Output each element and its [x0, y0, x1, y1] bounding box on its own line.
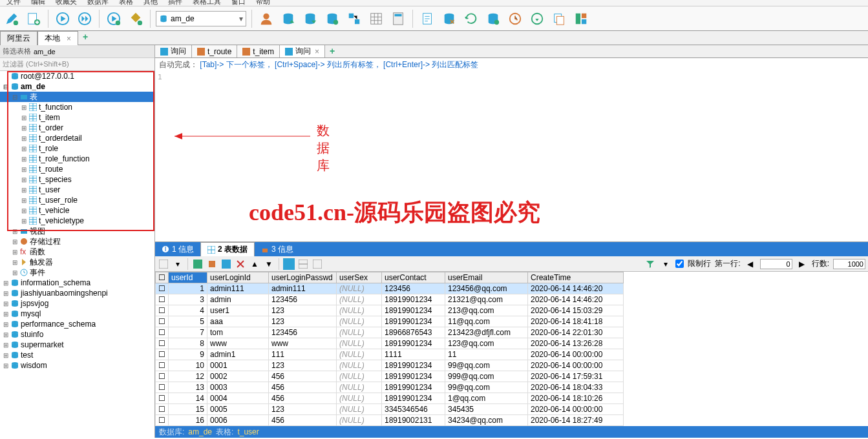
filter-input[interactable] — [34, 48, 152, 56]
tree-table-t_vehicletype[interactable]: ⊞t_vehicletype — [0, 216, 154, 226]
menu-other[interactable]: 其他 — [138, 0, 163, 6]
calc-button[interactable] — [389, 10, 407, 28]
add-connection-button[interactable]: + — [79, 31, 91, 43]
db-tree[interactable]: root@127.0.0.1⊟am_de⊟表⊞t_function⊞t_item… — [0, 71, 154, 371]
col-userLoginId[interactable]: userLoginId — [207, 272, 269, 283]
menu-plugin[interactable]: 插件 — [163, 0, 187, 6]
col-userEmail[interactable]: userEmail — [445, 272, 528, 283]
menu-help[interactable]: 帮助 — [251, 0, 275, 6]
tree-table-t_species[interactable]: ⊞t_species — [0, 174, 154, 185]
close-icon[interactable]: × — [67, 34, 71, 43]
table-row[interactable]: ☐9admin1111(NULL)1111112020-06-14 00:00:… — [156, 349, 624, 360]
tree-db[interactable]: ⊟am_de — [0, 81, 154, 92]
col-check[interactable]: ☐ — [156, 272, 169, 283]
view2-button[interactable] — [297, 258, 309, 270]
diagram-button[interactable] — [345, 10, 363, 28]
tree-db-performance_schema[interactable]: ⊞performance_schema — [0, 319, 154, 329]
qtab-query2[interactable]: 询问× — [280, 45, 325, 57]
sort-button[interactable]: ▾ — [660, 258, 672, 270]
tree-db-information_schema[interactable]: ⊞information_schema — [0, 278, 154, 288]
rtab-info3[interactable]: 3 信息 — [255, 242, 300, 256]
col-userContact[interactable]: userContact — [382, 272, 445, 283]
backup-button[interactable] — [323, 10, 341, 28]
tree-views-folder[interactable]: ⊞视图 — [0, 226, 154, 236]
rtab-info1[interactable]: i1 信息 — [155, 242, 200, 256]
tree-folder-2[interactable]: ⊞触发器 — [0, 257, 154, 267]
save-button[interactable] — [220, 258, 232, 270]
view1-button[interactable] — [283, 258, 295, 270]
add-query-button[interactable]: + — [326, 45, 338, 57]
menu-window[interactable]: 窗口 — [226, 0, 251, 6]
new-connection-button[interactable] — [3, 10, 21, 28]
history-button[interactable] — [506, 10, 524, 28]
layout-button[interactable] — [572, 10, 590, 28]
menu-tabletools[interactable]: 表格工具 — [187, 0, 226, 6]
first-input[interactable] — [760, 259, 792, 269]
table-row[interactable]: ☐1admin111admin111(NULL)123456123456@qq.… — [156, 283, 624, 294]
tree-table-t_user_role[interactable]: ⊞t_user_role — [0, 195, 154, 205]
table-row[interactable]: ☐160006456(NULL)1891900213134234@qq.com2… — [156, 415, 624, 426]
format-button[interactable] — [127, 10, 145, 28]
database-select[interactable]: am_de ▾ — [156, 11, 246, 26]
tree-tables-folder[interactable]: ⊟表 — [0, 92, 154, 102]
table-row[interactable]: ☐4user1123(NULL)18919901234213@qq.com202… — [156, 305, 624, 316]
sync-button[interactable] — [440, 10, 458, 28]
menu-edit[interactable]: 编辑 — [26, 0, 50, 6]
user-button[interactable] — [257, 10, 275, 28]
tree-table-t_function[interactable]: ⊞t_function — [0, 102, 154, 112]
execute-script-button[interactable] — [105, 10, 123, 28]
tree-table-t_role[interactable]: ⊞t_role — [0, 143, 154, 154]
rows-input[interactable] — [833, 259, 865, 269]
col-userSex[interactable]: userSex — [337, 272, 382, 283]
tree-table-t_vehicle[interactable]: ⊞t_vehicle — [0, 205, 154, 216]
execute-all-button[interactable] — [76, 10, 94, 28]
doc-button[interactable] — [418, 10, 436, 28]
tree-table-t_orderdetail[interactable]: ⊞t_orderdetail — [0, 133, 154, 143]
delete-button[interactable] — [235, 258, 246, 270]
tree-db-mysql[interactable]: ⊞mysql — [0, 309, 154, 319]
dup-button[interactable] — [206, 258, 218, 270]
tree-table-t_role_function[interactable]: ⊞t_role_function — [0, 154, 154, 164]
table-row[interactable]: ☐3admin123456(NULL)1891990123421321@qq.c… — [156, 294, 624, 305]
grid-button[interactable] — [367, 10, 385, 28]
circle-button[interactable] — [528, 10, 546, 28]
menu-table[interactable]: 表格 — [114, 0, 138, 6]
tree-db-jiashiyuanbaomingshenpi[interactable]: ⊞jiashiyuanbaomingshenpi — [0, 288, 154, 298]
first-next-button[interactable]: ▶ — [796, 258, 808, 270]
grid-view-button[interactable] — [158, 258, 169, 270]
db-refresh-button[interactable] — [484, 10, 502, 28]
table-row[interactable]: ☐150005123(NULL)33453465463454352020-06-… — [156, 404, 624, 415]
copy-button[interactable] — [550, 10, 568, 28]
table-row[interactable]: ☐100001123(NULL)1891990123499@qq.com2020… — [156, 360, 624, 371]
rtab-data[interactable]: 2 表数据 — [200, 242, 255, 256]
table-row[interactable]: ☐7tom123456(NULL)18966876543213423@dfjfl… — [156, 327, 624, 338]
menu-file[interactable]: 文件 — [1, 0, 26, 6]
tree-table-t_user[interactable]: ⊞t_user — [0, 185, 154, 195]
menu-db[interactable]: 数据库 — [82, 0, 114, 6]
table-row[interactable]: ☐8wwwwww(NULL)18919901234123@qq.com2020-… — [156, 338, 624, 349]
tree-folder-1[interactable]: ⊞fx函数 — [0, 247, 154, 257]
add-row-button[interactable] — [192, 258, 204, 270]
col-userLoginPasswd[interactable]: userLoginPasswd — [269, 272, 337, 283]
qtab-query1[interactable]: 询问 — [155, 45, 192, 57]
table-row[interactable]: ☐130003456(NULL)1891990123499@qq.com2020… — [156, 382, 624, 393]
table-row[interactable]: ☐140004456(NULL)189199012341@qq.com2020-… — [156, 393, 624, 404]
conntab-local[interactable]: 本地× — [37, 31, 78, 45]
tree-table-t_order[interactable]: ⊞t_order — [0, 123, 154, 133]
export-button[interactable] — [301, 10, 319, 28]
first-prev-button[interactable]: ◀ — [745, 258, 756, 270]
conntab-aliyun[interactable]: 阿里云 — [0, 31, 37, 45]
import-button[interactable] — [279, 10, 297, 28]
tree-db-wisdom[interactable]: ⊞wisdom — [0, 360, 154, 371]
refresh-button[interactable] — [462, 10, 480, 28]
qtab-route[interactable]: t_route — [192, 45, 237, 57]
tree-table-t_item[interactable]: ⊞t_item — [0, 112, 154, 123]
tree-table-t_route[interactable]: ⊞t_route — [0, 164, 154, 174]
qtab-item[interactable]: t_item — [237, 45, 280, 57]
col-userId[interactable]: userId — [169, 272, 207, 283]
close-icon[interactable]: × — [315, 47, 319, 56]
tree-db-jspsvjog[interactable]: ⊞jspsvjog — [0, 298, 154, 309]
down-button[interactable]: ▼ — [263, 258, 275, 270]
tree-db-test[interactable]: ⊞test — [0, 350, 154, 360]
filter-button[interactable] — [644, 258, 656, 270]
